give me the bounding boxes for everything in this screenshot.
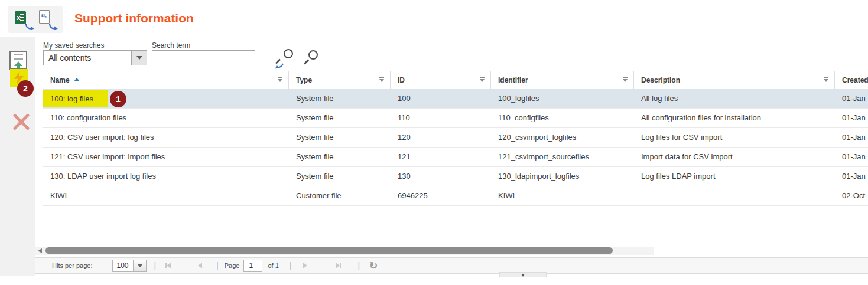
table-header-row: NameTypeIDIdentifierDescriptionCreated [43,71,868,89]
first-page-button[interactable] [165,263,171,268]
bottom-divider [0,276,868,276]
separator: | [216,261,219,270]
next-page-button[interactable] [303,263,307,268]
column-header-name[interactable]: Name [43,71,289,89]
cell-id: 130 [391,167,491,186]
column-label: Name [50,76,70,84]
column-menu-icon[interactable] [824,79,828,82]
cell-description: Import data for CSV import [634,148,835,166]
column-header-type[interactable]: Type [289,71,391,89]
export-toolbar: x a, [8,6,63,33]
saved-searches-input[interactable] [43,50,132,65]
page-title: Support information [74,11,194,25]
cell-created: 01-Jan [835,128,868,147]
results-grid: NameTypeIDIdentifierDescriptionCreated 1… [43,71,868,248]
topbar: x a, Support information [0,0,868,37]
page-count-label: of 1 [268,262,278,269]
cell-identifier: 110_configfiles [491,109,634,127]
last-page-icon [336,263,340,268]
table-row[interactable]: 120: CSV user import: log filesSystem fi… [43,128,868,148]
column-label: Created [842,76,868,84]
page-label: Page [225,262,240,269]
separator: | [154,261,156,270]
table-row[interactable]: 100: log filesSystem file100100_logfiles… [43,89,868,109]
cell-created: 01-Jan [835,148,868,166]
cell-type: System file [289,167,391,186]
column-header-created[interactable]: Created [835,71,868,89]
cell-name: 110: configuration files [43,109,289,127]
annotation-badge-2: 2 [17,80,34,97]
separator: | [290,261,292,270]
cell-created: 01-Jan [835,167,868,186]
table-row[interactable]: 110: configuration filesSystem file11011… [43,109,868,128]
separator: | [357,261,360,270]
saved-searches-label: My saved searches [43,41,104,50]
cell-id: 120 [391,128,491,147]
column-label: ID [398,76,405,84]
search-button[interactable] [304,50,320,68]
export-csv-button[interactable]: a, [38,10,56,29]
cell-id: 121 [391,148,491,166]
reset-search-button[interactable] [273,49,294,69]
column-header-description[interactable]: Description [634,71,835,89]
table-row[interactable]: 121: CSV user import: import filesSystem… [43,148,868,167]
cell-type: Customer file [289,186,391,205]
cell-identifier: 130_ldapimport_logfiles [491,167,634,186]
cell-name: 121: CSV user import: import files [43,148,289,166]
table-body: 100: log filesSystem file100100_logfiles… [43,89,868,206]
document-lines-icon [14,54,23,55]
cell-type: System file [289,89,391,108]
cell-name: 120: CSV user import: log files [43,128,289,147]
cell-created: 01-Jan [835,109,868,127]
delete-button[interactable] [11,112,31,131]
cell-identifier: KIWI [491,186,634,205]
table-row[interactable]: 130: LDAP user import log filesSystem fi… [43,167,868,186]
cell-description: Log files LDAP import [634,167,835,186]
search-term-input[interactable] [152,50,255,65]
scrollbar-thumb[interactable] [45,247,613,254]
column-header-id[interactable]: ID [391,71,491,89]
column-menu-icon[interactable] [379,79,384,82]
action-sidebar [0,37,35,276]
cell-identifier: 100_logfiles [491,89,634,108]
cell-id: 6946225 [391,186,491,205]
sort-asc-icon [74,78,80,81]
refresh-button[interactable]: ↻ [369,261,378,271]
scroll-left-arrow-icon[interactable] [38,248,42,253]
csv-file-icon: a, [39,10,50,24]
column-menu-icon[interactable] [623,79,628,82]
column-header-identifier[interactable]: Identifier [491,71,634,89]
column-label: Description [641,76,680,84]
collapse-arrow-icon: ▼ [521,273,525,277]
cell-description: All configuration files for installation [634,109,835,127]
cell-type: System file [289,109,391,127]
hits-per-page-combo [112,260,147,272]
column-menu-icon[interactable] [480,79,485,82]
export-excel-button[interactable]: x [15,10,32,29]
green-up-arrow-icon [14,61,22,66]
cell-id: 110 [391,109,491,127]
cell-identifier: 121_csvimport_sourcefiles [491,148,634,166]
upload-report-button[interactable] [9,51,27,70]
page-number-input[interactable] [243,260,262,272]
blue-return-arrow-icon [275,63,284,69]
excel-icon: x [15,11,26,24]
cell-created: 02-Oct- [835,186,868,205]
panel-collapse-handle[interactable]: ▼ [499,272,547,277]
hits-per-page-dropdown-button[interactable] [134,260,147,272]
previous-page-button[interactable] [198,263,202,268]
cell-name: 100: log files [43,89,289,108]
table-row[interactable]: KIWICustomer file6946225KIWI02-Oct- [43,186,868,206]
refresh-icon: ↻ [369,260,378,271]
export-arrow-icon [25,24,34,30]
horizontal-scrollbar[interactable] [35,247,654,255]
saved-searches-dropdown-button[interactable] [132,50,147,65]
search-term-label: Search term [152,41,190,50]
saved-searches-combo [43,50,147,65]
annotation-badge-1: 1 [110,91,126,107]
hits-per-page-input[interactable] [112,260,134,272]
last-page-button[interactable] [336,263,341,268]
cell-identifier: 120_csvimport_logfiles [491,128,634,147]
support-information-window: x a, Support information [0,0,868,285]
column-menu-icon[interactable] [278,79,282,82]
